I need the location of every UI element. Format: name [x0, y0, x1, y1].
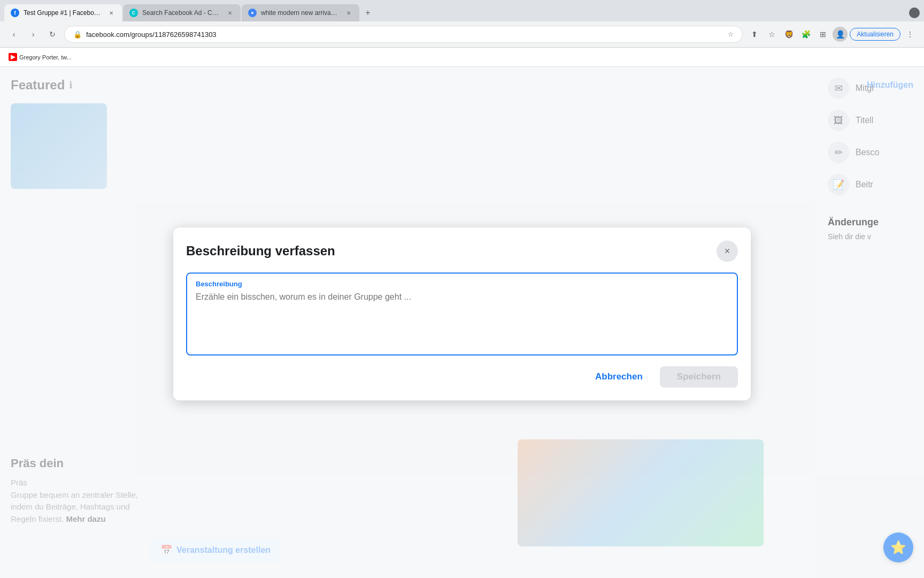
save-button[interactable]: Speichern	[660, 366, 738, 387]
update-button[interactable]: Aktualisieren	[850, 28, 900, 41]
brave-icon[interactable]: 🦁	[781, 27, 796, 42]
description-textarea[interactable]	[196, 292, 728, 346]
share-icon[interactable]: ⬆	[747, 27, 762, 42]
youtube-bar: ▶ Gregory Porter, tw...	[0, 48, 924, 67]
forward-button[interactable]: ›	[26, 27, 41, 42]
lock-icon: 🔒	[73, 31, 82, 39]
new-tab-button[interactable]: +	[360, 5, 375, 20]
reload-button[interactable]: ↻	[45, 27, 60, 42]
extensions-icon[interactable]: 🧩	[798, 27, 813, 42]
facebook-favicon: f	[11, 9, 19, 17]
star-icon[interactable]: ☆	[764, 27, 779, 42]
tab-third[interactable]: ● white modern new arrival watc... ✕	[242, 4, 359, 21]
address-bar: ‹ › ↻ 🔒 facebook.com/groups/118762659874…	[0, 21, 924, 47]
menu-icon[interactable]: ⋮	[903, 27, 918, 42]
tab-third-label: white modern new arrival watc...	[261, 9, 338, 17]
tab-close-third[interactable]: ✕	[344, 9, 353, 17]
youtube-logo: ▶ Gregory Porter, tw...	[9, 53, 72, 61]
main-content: Featured ℹ Hinzufügen Präs dein Präs Gru…	[0, 67, 924, 578]
modal-close-button[interactable]: ×	[717, 240, 738, 262]
browser-chrome: f Test Gruppe #1 | Facebook ✕ C Search F…	[0, 0, 924, 48]
tab-facebook-label: Test Gruppe #1 | Facebook	[24, 9, 101, 17]
tab-canva-label: Search Facebook Ad - Canva	[142, 9, 219, 17]
back-button[interactable]: ‹	[6, 27, 21, 42]
tab-close-facebook[interactable]: ✕	[107, 9, 116, 17]
tab-bar: f Test Gruppe #1 | Facebook ✕ C Search F…	[0, 0, 924, 21]
profile-icon[interactable]: 👤	[833, 27, 848, 42]
modal-footer: Abbrechen Speichern	[186, 366, 738, 387]
textarea-label: Beschreibung	[196, 280, 728, 288]
textarea-container[interactable]: Beschreibung	[186, 272, 738, 355]
toolbar-icons: ⬆ ☆ 🦁 🧩 ⊞ 👤 Aktualisieren ⋮	[747, 27, 918, 42]
tab-close-canva[interactable]: ✕	[226, 9, 234, 17]
youtube-bar-text: Gregory Porter, tw...	[19, 54, 72, 60]
modal-dialog: Beschreibung verfassen × Beschreibung Ab…	[173, 227, 751, 400]
url-bar[interactable]: 🔒 facebook.com/groups/1187626598741303 ☆	[64, 26, 743, 43]
url-text: facebook.com/groups/1187626598741303	[86, 31, 723, 39]
tab-facebook[interactable]: f Test Gruppe #1 | Facebook ✕	[4, 4, 122, 21]
tab-canva[interactable]: C Search Facebook Ad - Canva ✕	[123, 4, 241, 21]
cancel-button[interactable]: Abbrechen	[587, 367, 651, 386]
layout-icon[interactable]: ⊞	[815, 27, 830, 42]
bookmark-icon[interactable]: ☆	[728, 31, 734, 38]
modal-title: Beschreibung verfassen	[186, 244, 335, 258]
canva-favicon: C	[129, 9, 138, 17]
minimize-button[interactable]	[909, 7, 920, 18]
third-favicon: ●	[248, 9, 257, 17]
modal-header: Beschreibung verfassen ×	[186, 240, 738, 262]
